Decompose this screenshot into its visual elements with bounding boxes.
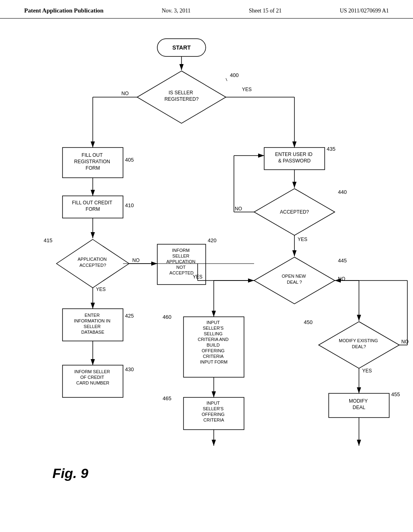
- diagram-area: START IS SELLER REGISTERED? 400 NO YES F…: [0, 19, 413, 510]
- header-sheet: Sheet 15 of 21: [249, 8, 282, 14]
- label-420: 420: [208, 237, 217, 243]
- label-425: 425: [125, 313, 134, 319]
- label-415: 415: [44, 237, 52, 243]
- yes-label-400: YES: [242, 87, 252, 92]
- yes-label-450: YES: [362, 368, 372, 374]
- label-450: 450: [304, 319, 313, 325]
- label-435: 435: [327, 146, 336, 152]
- label-400: 400: [230, 72, 239, 78]
- label-410: 410: [125, 202, 134, 208]
- label-445: 445: [338, 258, 347, 264]
- no-label-400: NO: [121, 91, 129, 96]
- no-label-440: NO: [235, 206, 242, 212]
- svg-text:ACCEPTED?: ACCEPTED?: [280, 209, 309, 215]
- label-465: 465: [163, 395, 171, 401]
- start-label: START: [172, 44, 191, 51]
- label-440: 440: [338, 189, 347, 195]
- no-label-445: NO: [338, 276, 345, 282]
- yes-label-440: YES: [298, 237, 307, 242]
- label-460: 460: [163, 314, 171, 320]
- header-publication: Patent Application Publication: [24, 7, 104, 14]
- yes-label-415: YES: [96, 287, 106, 292]
- header-patent: US 2011/0270699 A1: [340, 8, 389, 14]
- page-header: Patent Application Publication Nov. 3, 2…: [0, 0, 413, 19]
- svg-line-4: [226, 78, 227, 81]
- label-405: 405: [125, 157, 134, 163]
- yes-label-445: YES: [193, 274, 202, 280]
- header-date: Nov. 3, 2011: [162, 8, 191, 14]
- label-430: 430: [125, 366, 134, 372]
- flowchart-svg: START IS SELLER REGISTERED? 400 NO YES F…: [0, 19, 413, 510]
- figure-label: Fig. 9: [52, 466, 88, 481]
- label-455: 455: [391, 391, 400, 397]
- no-label-415: NO: [132, 258, 140, 263]
